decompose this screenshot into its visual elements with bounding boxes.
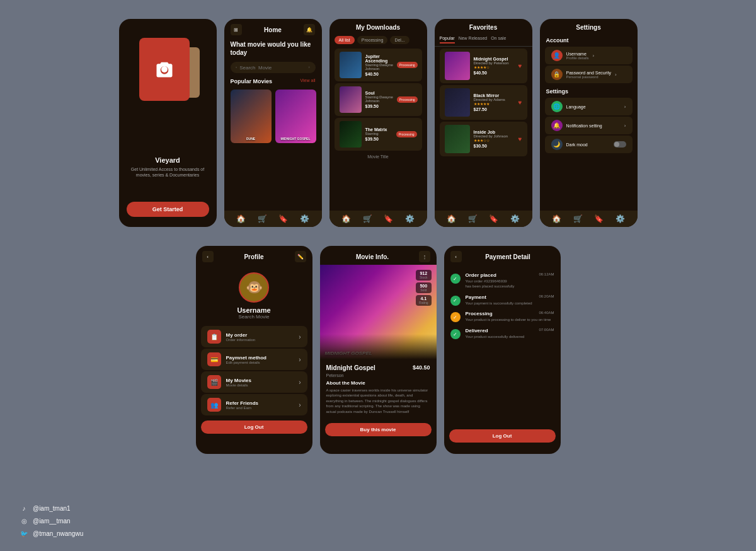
- nav-cart-icon[interactable]: 🛒: [258, 214, 267, 223]
- movies-sub: Movie details: [226, 383, 294, 387]
- nav-settings-icon-fav[interactable]: ⚙️: [510, 214, 520, 223]
- settings-username[interactable]: 👤 Username Profile details ›: [545, 47, 633, 64]
- dark-mode-toggle[interactable]: [614, 141, 626, 148]
- settings-dark-mode[interactable]: 🌙 Dark mood: [545, 136, 633, 153]
- search-bar[interactable]: [231, 62, 316, 73]
- profile-refer-friends[interactable]: 👥 Refer Friends Refer and Earn ›: [201, 394, 307, 415]
- nav-home-icon-fav[interactable]: 🏠: [447, 214, 456, 223]
- view-all-link[interactable]: View all: [301, 78, 316, 84]
- red-card-decoration: [139, 38, 190, 101]
- fav-item-midnight[interactable]: Midnight Gospel Directed by Peterson ★★★…: [440, 49, 527, 83]
- step-time-order: 06:12AM: [539, 272, 554, 278]
- insidejob-thumb: [445, 125, 470, 153]
- blackmirror-heart[interactable]: ♥: [518, 99, 522, 106]
- notification-icon[interactable]: 🔔: [304, 24, 315, 35]
- movies-arrow[interactable]: ›: [299, 379, 301, 386]
- movie-card-midnight[interactable]: MIDNIGHT GOSPEL: [275, 90, 316, 143]
- matrix-starring: Starring: [365, 132, 392, 136]
- payment-title-text: Payment Detail: [462, 253, 554, 260]
- nav-cart-icon-fav[interactable]: 🛒: [468, 214, 478, 223]
- payment-logout-btn[interactable]: Log Out: [449, 429, 556, 443]
- profile-payment-method[interactable]: 💳 Paymnet method Edit payment details ›: [201, 349, 307, 370]
- order-info: My order Order information: [226, 332, 294, 342]
- stat-stock-value: 912: [419, 271, 428, 276]
- step-desc-order: Your order #3239646939has been placed su…: [466, 279, 554, 289]
- step-desc-processing: Your product is processing to deliver to…: [466, 318, 554, 323]
- nav-bookmark-icon-set[interactable]: 🔖: [594, 214, 604, 223]
- payment-arrow[interactable]: ›: [299, 356, 301, 363]
- buy-movie-btn[interactable]: Buy this movie: [325, 423, 432, 436]
- nav-settings-icon-set[interactable]: ⚙️: [616, 214, 625, 223]
- refer-info: Refer Friends Refer and Earn: [226, 400, 294, 410]
- nav-bookmark-icon-fav[interactable]: 🔖: [489, 214, 498, 223]
- fav-tab-popular[interactable]: Popular: [440, 36, 455, 44]
- fav-tab-sale[interactable]: On sale: [491, 36, 506, 44]
- notification-arrow[interactable]: ›: [624, 123, 626, 129]
- nav-cart-icon-set[interactable]: 🛒: [573, 214, 583, 223]
- matrix-title: The Matrix: [365, 127, 392, 132]
- soul-thumb: [340, 86, 362, 113]
- fav-item-blackmirror[interactable]: Black Mirror Directed by Adams ★★★★★ $27…: [440, 85, 527, 120]
- movie-card-dune[interactable]: DUNE: [231, 90, 272, 143]
- matrix-info: The Matrix Starring $39.50: [365, 127, 392, 141]
- nav-bookmark-icon[interactable]: 🔖: [278, 214, 288, 223]
- download-item-jupiter[interactable]: Jupiter Ascending Starring:Dwayne Johnso…: [335, 49, 422, 81]
- settings-notification[interactable]: 🔔 Notification setting ›: [545, 117, 633, 134]
- nav-settings-icon[interactable]: ⚙️: [300, 214, 309, 223]
- step-title-processing: Processing: [466, 311, 493, 316]
- jupiter-thumb: [340, 52, 362, 78]
- movieinfo-title: Movie Info.: [326, 253, 419, 260]
- movie-grid: DUNE MIDNIGHT GOSPEL: [224, 87, 322, 146]
- midnight-title: Midnight Gospel: [474, 57, 515, 61]
- language-arrow[interactable]: ›: [624, 104, 626, 110]
- download-item-matrix[interactable]: The Matrix Starring $39.50 Processing: [335, 118, 422, 151]
- matrix-status[interactable]: Processing: [396, 131, 417, 137]
- favorites-header: Favorites: [435, 19, 532, 33]
- nav-cart-icon-dl[interactable]: 🛒: [363, 214, 372, 223]
- tab-all-list[interactable]: All list: [335, 36, 355, 44]
- menu-icon[interactable]: ⊞: [231, 24, 242, 35]
- blackmirror-title: Black Mirror: [474, 93, 515, 98]
- download-item-soul[interactable]: Soul Starring:Dwayne Johnson $39.50 Proc…: [335, 83, 422, 116]
- username-arrow[interactable]: ›: [593, 53, 595, 59]
- matrix-price: $39.50: [365, 137, 392, 141]
- order-arrow[interactable]: ›: [299, 334, 301, 340]
- fav-tab-new[interactable]: New Released: [459, 36, 488, 44]
- nav-settings-icon-dl[interactable]: ⚙️: [405, 214, 415, 223]
- get-started-button[interactable]: Get Started: [127, 202, 209, 217]
- midnight-heart[interactable]: ♥: [518, 62, 522, 69]
- profile-logout-btn[interactable]: Log Out: [201, 420, 307, 434]
- movie-info-director: Peterson: [326, 373, 430, 378]
- step-delivered: ✓ Delivered 07:00AM Your product success…: [450, 328, 554, 340]
- jupiter-status[interactable]: Processing: [397, 62, 418, 68]
- search-input[interactable]: [239, 65, 306, 71]
- nav-home-icon-dl[interactable]: 🏠: [341, 214, 351, 223]
- tab-processing[interactable]: Processing: [357, 36, 388, 44]
- nav-home-icon[interactable]: 🏠: [236, 214, 246, 223]
- tab-deleted[interactable]: Del...: [390, 36, 409, 44]
- insidejob-heart[interactable]: ♥: [518, 136, 522, 142]
- profile-back-btn[interactable]: ‹: [202, 251, 214, 262]
- nav-bookmark-icon-dl[interactable]: 🔖: [384, 214, 393, 223]
- step-title-order: Order placed: [466, 272, 496, 278]
- soul-status[interactable]: Processing: [397, 96, 418, 103]
- refer-arrow[interactable]: ›: [299, 402, 301, 409]
- nav-home-icon-set[interactable]: 🏠: [552, 214, 561, 223]
- payment-back-btn[interactable]: ‹: [450, 251, 462, 262]
- movieinfo-menu-btn[interactable]: ⋮: [419, 251, 430, 262]
- notification-icon-s: 🔔: [551, 120, 563, 131]
- profile-my-order[interactable]: 📋 My order Order information ›: [201, 326, 307, 347]
- profile-edit-btn[interactable]: ✏️: [295, 251, 306, 262]
- settings-language[interactable]: 🌐 Language ›: [545, 98, 633, 115]
- popular-section-header: Popular Movies View all: [224, 76, 322, 87]
- step-content-payment: Payment 06:20AM Your payment is successf…: [466, 294, 554, 306]
- jupiter-info: Jupiter Ascending Starring:Dwayne Johnso…: [365, 54, 393, 76]
- settings-password[interactable]: 🔒 Password and Security Personal passwor…: [545, 66, 633, 83]
- movie-info-body: Midnight Gospel $40.50 Peterson About th…: [320, 359, 437, 419]
- fav-item-insidejob[interactable]: Inside Job Directed by Johnson ★★★☆☆ $30…: [440, 122, 527, 156]
- soul-starring: Starring:Dwayne Johnson: [365, 95, 393, 103]
- settings-header: Settings: [540, 19, 638, 33]
- profile-my-movies[interactable]: 🎬 My Movies Movie details ›: [201, 371, 307, 393]
- password-arrow[interactable]: ›: [615, 72, 617, 78]
- step-order-placed: ✓ Order placed 06:12AM Your order #32396…: [450, 272, 554, 289]
